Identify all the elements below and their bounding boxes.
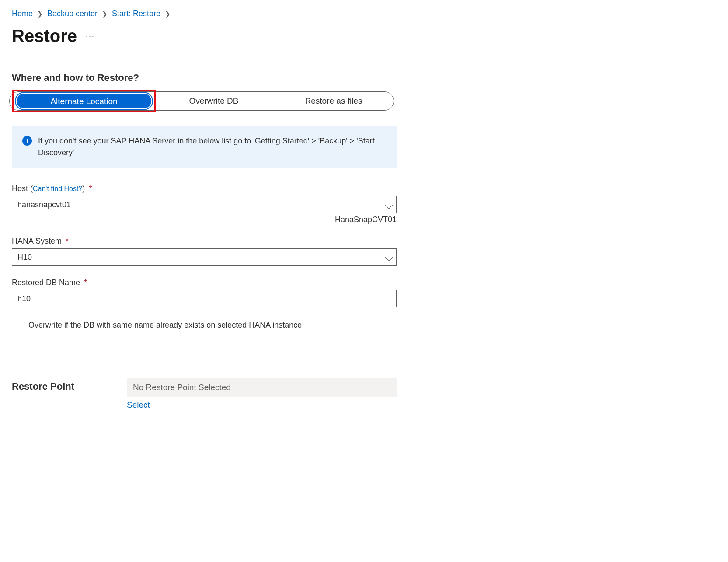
restore-point-label: Restore Point [12,378,74,392]
host-field: Host (Can't find Host?) * hanasnapcvt01 … [12,184,397,224]
section-heading: Where and how to Restore? [12,72,716,84]
host-label-suffix: ) [82,184,85,193]
hana-system-label: HANA System * [12,237,397,246]
restore-point-status: No Restore Point Selected [127,378,397,397]
hana-system-select[interactable]: H10 [12,248,397,266]
hana-system-field: HANA System * H10 [12,237,397,266]
host-selected-value: hanasnapcvt01 [17,200,71,209]
restored-db-field: Restored DB Name * h10 [12,278,397,307]
info-text: If you don't see your SAP HANA Server in… [38,135,379,159]
chevron-right-icon: ❯ [165,10,171,18]
highlight-annotation: Alternate Location [12,90,156,112]
pill-overwrite-db[interactable]: Overwrite DB [154,92,274,110]
info-banner: i If you don't see your SAP HANA Server … [12,126,397,168]
host-label: Host (Can't find Host?) * [12,184,397,193]
restored-db-label-text: Restored DB Name [12,278,80,287]
breadcrumb-home[interactable]: Home [12,9,33,18]
overwrite-checkbox-row: Overwrite if the DB with same name alrea… [12,320,397,330]
hana-system-label-text: HANA System [12,237,62,245]
overwrite-checkbox[interactable] [12,320,22,330]
restored-db-value: h10 [17,294,31,304]
breadcrumb-start-restore[interactable]: Start: Restore [112,9,160,18]
cant-find-host-link[interactable]: Can't find Host? [33,185,82,192]
restored-db-label: Restored DB Name * [12,278,397,287]
chevron-right-icon: ❯ [102,10,108,18]
host-select[interactable]: hanasnapcvt01 [12,196,397,213]
info-icon: i [22,136,32,146]
more-actions-button[interactable]: ··· [86,31,95,41]
breadcrumb: Home ❯ Backup center ❯ Start: Restore ❯ [12,9,716,18]
restored-db-input[interactable]: h10 [12,290,397,307]
required-star-icon: * [89,184,92,193]
host-helper-text: HanaSnapCVT01 [12,215,397,224]
hana-system-selected-value: H10 [17,253,32,262]
required-star-icon: * [66,237,69,245]
breadcrumb-backup-center[interactable]: Backup center [47,9,98,18]
overwrite-checkbox-label: Overwrite if the DB with same name alrea… [28,321,302,330]
page-title: Restore [12,26,77,46]
restore-point-select-link[interactable]: Select [127,400,397,410]
chevron-right-icon: ❯ [37,10,43,18]
host-label-prefix: Host ( [12,184,33,193]
required-star-icon: * [84,278,87,287]
pill-restore-as-files[interactable]: Restore as files [274,92,394,110]
pill-alternate-location[interactable]: Alternate Location [16,93,152,109]
